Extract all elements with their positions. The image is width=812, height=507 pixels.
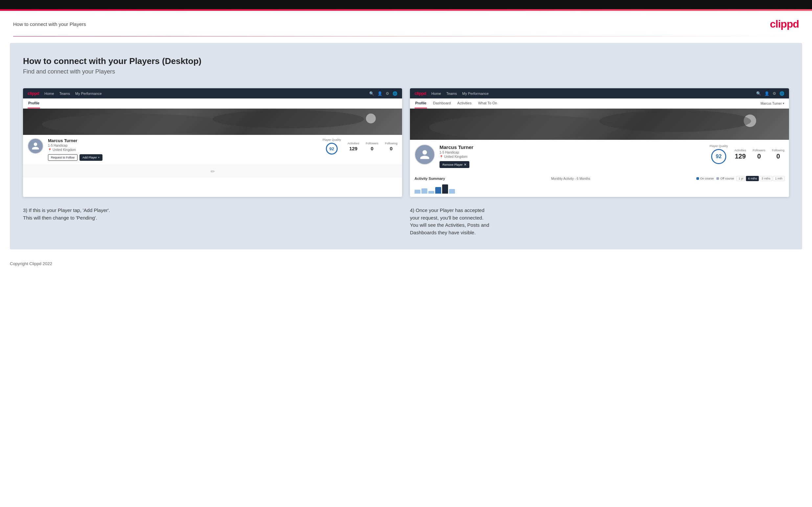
nav-home-1[interactable]: Home <box>44 92 54 96</box>
following-stat-2: Following 0 <box>772 149 784 160</box>
activities-stat-1: Activities 129 <box>348 142 359 151</box>
period-3mths[interactable]: 3 mths <box>759 176 772 181</box>
header-divider <box>13 36 799 37</box>
screenshot-2: clippd Home Teams My Performance 🔍 👤 ⚙ 🌐… <box>410 88 789 197</box>
descriptions-row: 3) If this is your Player tap, 'Add Play… <box>23 207 789 236</box>
activities-stat-2: Activities 129 <box>734 149 746 160</box>
nav-my-performance-1[interactable]: My Performance <box>75 92 102 96</box>
chevron-down-icon: ▾ <box>783 102 784 105</box>
period-1mth[interactable]: 1 mth <box>773 176 784 181</box>
settings-icon-2[interactable]: ⚙ <box>773 91 776 96</box>
quality-value-2: 92 <box>711 149 726 164</box>
stats-row-1: Player Quality 92 Activities 129 Followe… <box>322 138 398 155</box>
avatar-2 <box>414 145 435 165</box>
off-course-label: Off course <box>720 177 734 180</box>
app-navbar-2: clippd Home Teams My Performance 🔍 👤 ⚙ 🌐 <box>410 88 789 99</box>
copyright-text: Copyright Clippd 2022 <box>10 261 52 266</box>
settings-icon-1[interactable]: ⚙ <box>386 91 389 96</box>
player-name-2: Marcus Turner <box>440 145 705 150</box>
quality-label-1: Player Quality <box>322 138 341 142</box>
period-1yr[interactable]: 1 yr <box>737 176 745 181</box>
user-icon-2[interactable]: 👤 <box>764 91 769 96</box>
period-buttons: 1 yr 6 mths 3 mths 1 mth <box>737 176 784 181</box>
tab-profile-2[interactable]: Profile <box>414 99 427 108</box>
activity-summary-2: Activity Summary Monthly Activity - 6 Mo… <box>410 173 789 197</box>
followers-stat-2: Followers 0 <box>753 149 765 160</box>
period-6mths[interactable]: 6 mths <box>746 176 759 181</box>
remove-player-button[interactable]: Remove Player ✕ <box>440 161 469 168</box>
screenshots-row: clippd Home Teams My Performance 🔍 👤 ⚙ 🌐… <box>23 88 789 197</box>
app-logo-1: clippd <box>28 91 39 96</box>
activities-value-2: 129 <box>734 153 746 160</box>
location-icon-2: 📍 <box>440 155 443 159</box>
tab-what-to-on-2[interactable]: What To On <box>477 99 498 108</box>
quality-value-1: 92 <box>326 143 338 155</box>
quality-circle-2: Player Quality 92 <box>710 145 728 164</box>
golf-banner-1 <box>23 109 402 135</box>
nav-icons-2: 🔍 👤 ⚙ 🌐 <box>756 91 784 96</box>
tab-dashboard-2[interactable]: Dashboard <box>432 99 451 108</box>
app-tab-row-1: Profile <box>23 99 402 109</box>
player-location-2: 📍 United Kingdom <box>440 155 705 159</box>
player-section-1: Marcus Turner 1-5 Handicap 📍 United King… <box>23 134 402 165</box>
following-value-2: 0 <box>772 153 784 160</box>
location-text-1: United Kingdom <box>53 148 76 152</box>
search-icon-2[interactable]: 🔍 <box>756 91 761 96</box>
player-section-2: Marcus Turner 1-5 Handicap 📍 United King… <box>410 140 789 173</box>
description-4-line4: Dashboards they have visible. <box>410 229 789 237</box>
player-location-1: 📍 United Kingdom <box>48 148 318 152</box>
bar-6 <box>449 189 455 193</box>
nav-icons-1: 🔍 👤 ⚙ 🌐 <box>369 91 398 96</box>
copyright-area: Copyright Clippd 2022 <box>10 256 802 271</box>
user-icon-1[interactable]: 👤 <box>377 91 383 96</box>
request-follow-button[interactable]: Request to Follow <box>48 154 78 161</box>
nav-teams-2[interactable]: Teams <box>446 92 457 96</box>
player-handicap-1: 1-5 Handicap <box>48 144 318 147</box>
description-4-line3: You will see the Activities, Posts and <box>410 222 789 229</box>
mini-chart <box>414 184 784 193</box>
activities-label-1: Activities <box>348 142 359 145</box>
activity-header-2: Activity Summary Monthly Activity - 6 Mo… <box>414 176 784 181</box>
globe-icon-1[interactable]: 🌐 <box>393 91 398 96</box>
remove-player-label: Remove Player <box>443 163 463 166</box>
player-handicap-2: 1-5 Handicap <box>440 151 705 154</box>
player-dropdown[interactable]: Marcus Turner ▾ <box>761 99 784 108</box>
stats-row-2: Player Quality 92 Activities 129 Followe… <box>710 145 784 164</box>
main-content-area: How to connect with your Players (Deskto… <box>10 43 802 249</box>
following-stat-1: Following 0 <box>385 142 398 151</box>
tab-activities-2[interactable]: Activities <box>457 99 472 108</box>
description-3: 3) If this is your Player tap, 'Add Play… <box>23 207 402 236</box>
off-course-dot <box>716 177 719 180</box>
legend-on-course: On course <box>696 177 714 180</box>
avatar-icon-2 <box>419 149 430 160</box>
following-label-1: Following <box>385 142 398 145</box>
followers-label-1: Followers <box>366 142 378 145</box>
activity-title: Activity Summary <box>414 177 445 180</box>
screenshot-footer-1: ✏ <box>23 165 402 178</box>
app-tab-row-2: Profile Dashboard Activities What To On … <box>410 99 789 109</box>
nav-home-2[interactable]: Home <box>431 92 441 96</box>
page-header: How to connect with your Players clippd <box>0 11 812 36</box>
bar-4 <box>435 187 441 193</box>
following-value-1: 0 <box>385 146 398 151</box>
close-icon: ✕ <box>464 163 466 166</box>
description-4-line2: your request, you'll be connected. <box>410 214 789 222</box>
add-player-button[interactable]: Add Player + <box>80 154 102 161</box>
player-actions-1: Request to Follow Add Player + <box>48 154 318 161</box>
top-bar <box>0 0 812 9</box>
activities-label-2: Activities <box>734 149 746 152</box>
tab-profile-1[interactable]: Profile <box>28 99 40 108</box>
location-text-2: United Kingdom <box>444 155 467 159</box>
tab-group-2: Profile Dashboard Activities What To On <box>414 99 498 108</box>
followers-stat-1: Followers 0 <box>366 142 378 151</box>
clippd-logo: clippd <box>770 18 799 30</box>
nav-teams-1[interactable]: Teams <box>59 92 70 96</box>
description-4: 4) Once your Player has accepted your re… <box>410 207 789 236</box>
search-icon-1[interactable]: 🔍 <box>369 91 374 96</box>
screenshot-1: clippd Home Teams My Performance 🔍 👤 ⚙ 🌐… <box>23 88 402 197</box>
globe-icon-2[interactable]: 🌐 <box>779 91 784 96</box>
nav-my-performance-2[interactable]: My Performance <box>462 92 489 96</box>
on-course-label: On course <box>700 177 714 180</box>
followers-label-2: Followers <box>753 149 765 152</box>
bar-3 <box>428 191 434 193</box>
